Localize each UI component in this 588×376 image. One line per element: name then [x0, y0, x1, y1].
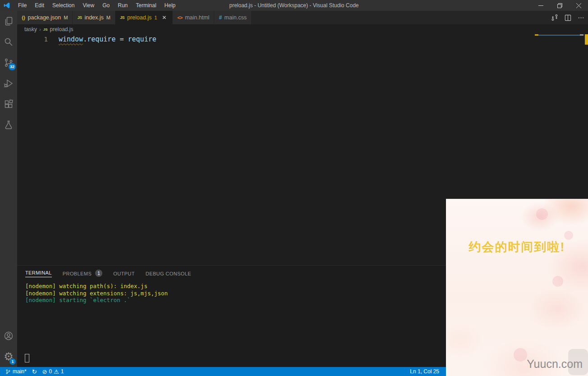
- warnings-count: 1: [61, 368, 64, 375]
- branch-icon: [5, 369, 11, 375]
- menu-edit[interactable]: Edit: [31, 0, 48, 11]
- css-icon: #: [219, 14, 221, 21]
- json-icon: {}: [22, 15, 25, 20]
- blossom-decoration: [514, 348, 527, 362]
- token-require-prop: require: [87, 35, 115, 43]
- status-bar-left: main* ↻ ⊘ 0 ⚠ 1: [3, 368, 67, 375]
- extensions-icon[interactable]: [0, 94, 17, 115]
- overview-ruler-warning-marker[interactable]: [585, 34, 588, 45]
- minimap-warning-marker: [535, 34, 538, 36]
- watermark: Yuucn.com: [527, 358, 583, 371]
- tab-index-js[interactable]: JS index.js M: [73, 11, 115, 24]
- problems-count-badge: 1: [154, 15, 157, 20]
- cursor-position-item[interactable]: Ln 1, Col 25: [407, 367, 442, 376]
- activity-bar-top: 32: [0, 11, 17, 135]
- title-bar: File Edit Selection View Go Run Terminal…: [0, 0, 588, 11]
- tab-bar: {} package.json M JS index.js M JS prelo…: [17, 11, 588, 24]
- menu-help[interactable]: Help: [161, 0, 180, 11]
- js-icon: JS: [43, 28, 48, 32]
- more-actions-icon[interactable]: [578, 14, 584, 21]
- tab-output[interactable]: OUTPUT: [113, 266, 135, 280]
- blossom-decoration: [552, 276, 563, 287]
- settings-badge: 1: [9, 358, 16, 365]
- blossom-decoration: [536, 208, 548, 220]
- breadcrumb-file[interactable]: preload.js: [50, 26, 73, 32]
- open-changes-icon[interactable]: [551, 14, 558, 21]
- problems-badge: 1: [95, 270, 102, 277]
- breadcrumb: tasky › JS preload.js: [17, 24, 588, 34]
- minimize-button[interactable]: [531, 0, 550, 11]
- menu-terminal[interactable]: Terminal: [132, 0, 160, 11]
- activity-bar: 32 ⚙ 1: [0, 11, 17, 367]
- token-require-value: require: [128, 35, 156, 43]
- terminal-cursor: [25, 354, 29, 362]
- minimap-code-line: [538, 35, 580, 36]
- tab-package-json[interactable]: {} package.json M: [17, 11, 73, 24]
- code-line-1: 1 window.require = require: [17, 35, 588, 44]
- menu-go[interactable]: Go: [98, 0, 114, 11]
- menu-run[interactable]: Run: [114, 0, 132, 11]
- branch-name: main*: [13, 368, 27, 375]
- tab-main-css[interactable]: # main.css: [214, 11, 252, 24]
- tab-debug-console[interactable]: DEBUG CONSOLE: [146, 266, 191, 280]
- source-control-badge: 32: [9, 63, 16, 70]
- activity-bar-bottom: ⚙ 1: [0, 326, 17, 367]
- tab-preload-js[interactable]: JS preload.js 1 ✕: [115, 11, 173, 24]
- settings-gear-icon[interactable]: ⚙ 1: [0, 346, 17, 367]
- minimap-code-tail: [580, 34, 583, 36]
- split-editor-icon[interactable]: [565, 14, 571, 21]
- menu-selection[interactable]: Selection: [48, 0, 78, 11]
- editor-actions: [551, 11, 584, 24]
- html-icon: <>: [177, 15, 182, 20]
- menu-view[interactable]: View: [78, 0, 98, 11]
- minimap[interactable]: [535, 34, 583, 36]
- run-and-debug-icon[interactable]: [0, 73, 17, 94]
- js-icon: JS: [120, 15, 124, 20]
- tab-main-html[interactable]: <> main.html: [173, 11, 214, 24]
- git-modified-badge: M: [106, 15, 110, 20]
- vscode-logo-icon: [3, 2, 11, 9]
- js-icon: JS: [77, 15, 82, 20]
- window-controls: [531, 0, 588, 11]
- sync-item[interactable]: ↻: [29, 369, 40, 375]
- menu-bar: File Edit Selection View Go Run Terminal…: [14, 0, 179, 11]
- close-window-button[interactable]: [569, 0, 588, 11]
- breadcrumb-folder[interactable]: tasky: [24, 26, 37, 32]
- source-control-icon[interactable]: 32: [0, 52, 17, 73]
- restore-button[interactable]: [550, 0, 569, 11]
- accounts-icon[interactable]: [0, 326, 17, 346]
- menu-file[interactable]: File: [14, 0, 31, 11]
- reminder-message: 约会的时间到啦!: [446, 239, 588, 255]
- errors-icon: ⊘: [42, 369, 47, 375]
- status-bar-right: Ln 1, Col 25: [407, 367, 442, 376]
- errors-count: 0: [49, 368, 52, 375]
- tab-problems[interactable]: PROBLEMS 1: [63, 266, 102, 280]
- git-branch-item[interactable]: main*: [3, 368, 29, 375]
- reminder-window[interactable]: 约会的时间到啦! Yuucn.com: [446, 199, 588, 376]
- search-icon[interactable]: [0, 32, 17, 52]
- warnings-icon: ⚠: [54, 369, 59, 375]
- line-number: 1: [17, 36, 59, 43]
- sync-icon: ↻: [32, 369, 37, 375]
- blossom-decoration: [564, 231, 573, 240]
- vscode-window: File Edit Selection View Go Run Terminal…: [0, 0, 588, 376]
- tab-terminal[interactable]: TERMINAL: [25, 266, 52, 280]
- testing-icon[interactable]: [0, 115, 17, 135]
- close-tab-icon[interactable]: ✕: [161, 14, 168, 21]
- problems-item[interactable]: ⊘ 0 ⚠ 1: [40, 368, 67, 375]
- explorer-icon[interactable]: [0, 11, 17, 32]
- breadcrumb-separator: ›: [39, 27, 41, 32]
- git-modified-badge: M: [64, 15, 68, 20]
- token-window: window: [59, 35, 83, 43]
